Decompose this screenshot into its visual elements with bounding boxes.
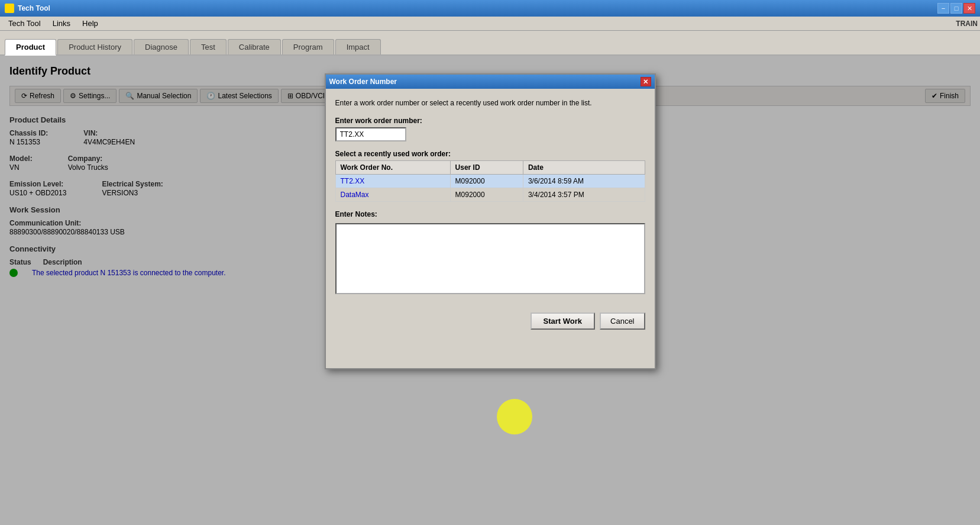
user-id-cell-2: M092000 [450, 188, 523, 201]
notes-textarea[interactable] [335, 223, 645, 294]
table-row[interactable]: TT2.XX M092000 3/6/2014 8:59 AM [335, 174, 645, 188]
menu-techtool[interactable]: Tech Tool [2, 18, 47, 29]
tab-product[interactable]: Product [5, 39, 56, 56]
menu-bar: Tech Tool Links Help TRAIN [0, 17, 980, 31]
dialog-titlebar: Work Order Number ✕ [326, 75, 655, 89]
work-order-cell-1: TT2.XX [335, 174, 450, 188]
menu-links[interactable]: Links [47, 18, 76, 29]
start-work-button[interactable]: Start Work [531, 313, 596, 330]
user-id-cell-1: M092000 [450, 174, 523, 188]
maximize-button[interactable]: □ [950, 3, 962, 14]
dialog-close-button[interactable]: ✕ [641, 77, 651, 86]
user-badge: TRAIN [956, 20, 978, 28]
dialog-overlay: Work Order Number ✕ Enter a work order n… [0, 56, 980, 525]
notes-label: Enter Notes: [335, 210, 645, 218]
work-order-dialog: Work Order Number ✕ Enter a work order n… [325, 73, 656, 369]
table-row[interactable]: DataMax M092000 3/4/2014 3:57 PM [335, 188, 645, 201]
tab-product-history[interactable]: Product History [57, 39, 132, 54]
tab-calibrate[interactable]: Calibrate [228, 39, 281, 54]
recent-work-order-label: Select a recently used work order: [335, 150, 645, 158]
col-work-order-no: Work Order No. [335, 160, 450, 174]
minimize-button[interactable]: − [937, 3, 949, 14]
menu-help[interactable]: Help [76, 18, 104, 29]
dialog-title: Work Order Number [329, 78, 397, 86]
dialog-description: Enter a work order number or select a re… [335, 98, 645, 108]
tab-program[interactable]: Program [282, 39, 334, 54]
main-content: Identify Product ⟳ Refresh ⚙ Settings...… [0, 56, 980, 525]
tab-test[interactable]: Test [190, 39, 227, 54]
window-title: Tech Tool [18, 4, 50, 12]
dialog-body: Enter a work order number or select a re… [326, 89, 655, 305]
work-order-cell-2: DataMax [335, 188, 450, 201]
tab-impact[interactable]: Impact [335, 39, 381, 54]
col-user-id: User ID [450, 160, 523, 174]
date-cell-2: 3/4/2014 3:57 PM [523, 188, 645, 201]
cancel-button[interactable]: Cancel [600, 313, 645, 330]
dialog-buttons: Start Work Cancel [326, 305, 655, 337]
tab-diagnose[interactable]: Diagnose [134, 39, 189, 54]
tab-bar: Product Product History Diagnose Test Ca… [0, 31, 980, 56]
close-button[interactable]: ✕ [963, 3, 975, 14]
date-cell-1: 3/6/2014 8:59 AM [523, 174, 645, 188]
col-date: Date [523, 160, 645, 174]
work-order-label: Enter work order number: [335, 117, 645, 125]
work-order-input[interactable] [335, 127, 406, 141]
title-bar: Tech Tool − □ ✕ [0, 0, 980, 17]
work-order-table: Work Order No. User ID Date TT2.XX M0920… [335, 160, 645, 202]
app-icon [5, 4, 14, 13]
